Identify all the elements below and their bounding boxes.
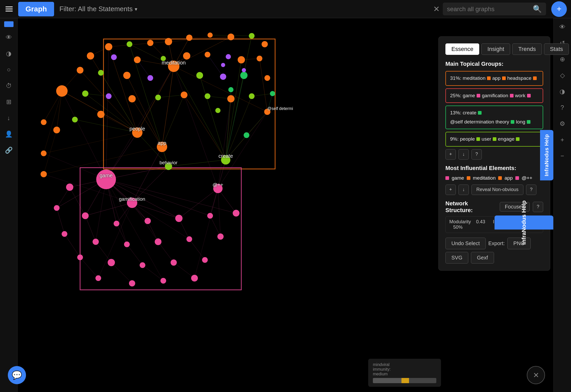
svg-point-168 (114, 221, 119, 226)
topical-groups-title: Main Topical Groups: (445, 61, 543, 67)
influential-question-button[interactable]: ? (526, 185, 536, 195)
right-plus-icon[interactable]: + (557, 134, 568, 146)
svg-point-171 (207, 213, 213, 219)
svg-point-173 (62, 231, 67, 237)
menu-button[interactable] (0, 0, 18, 18)
svg-line-91 (111, 263, 132, 283)
right-visibility-icon[interactable]: 👁 (557, 21, 568, 33)
topical-add-button[interactable]: + (445, 149, 456, 160)
chat-button[interactable]: 💬 (8, 366, 26, 384)
add-button[interactable]: + (551, 1, 567, 17)
influential-title: Most Influential Elements: (445, 165, 543, 172)
inf-app: app (504, 175, 513, 181)
dot-pink-2 (510, 94, 514, 97)
topic-group-4[interactable]: 9%: people user engage (445, 132, 543, 147)
dot-orange-3 (533, 76, 537, 80)
tab-insight[interactable]: Insight (481, 43, 510, 55)
svg-point-121 (105, 43, 112, 50)
export-gexf-button[interactable]: Gexf (471, 252, 494, 264)
sidebar-grid-icon[interactable]: ⊞ (3, 96, 15, 108)
inf-dot-game (445, 176, 449, 180)
sidebar-eye-icon[interactable]: 👁 (3, 32, 15, 43)
svg-text:@self determi: @self determi (267, 106, 293, 111)
svg-point-179 (77, 254, 83, 260)
infranodus-help-tab[interactable]: InfraNodus Help (495, 215, 553, 230)
influential-actions: + ↓ Reveal Non-obvious ? (445, 185, 543, 195)
right-target-icon[interactable]: ⊕ (557, 54, 568, 65)
sidebar-link-icon[interactable]: 🔗 (3, 145, 15, 156)
svg-point-152 (270, 91, 275, 96)
graph-tab[interactable]: Graph (18, 2, 54, 16)
svg-line-95 (106, 179, 127, 244)
infranodus-help-vertical-tab[interactable]: InfraNodus Help (540, 130, 553, 180)
dot-green-3 (527, 120, 530, 124)
topic-group-3-text: 13%: create (450, 109, 476, 117)
svg-rect-0 (103, 39, 275, 169)
tab-essence[interactable]: Essence (445, 43, 479, 55)
infranodus-tab-container: InfraNodus Help (540, 130, 553, 180)
topic-group-2[interactable]: 25%: game gamification work (445, 88, 543, 103)
right-gear-icon[interactable]: ⚙ (557, 118, 568, 129)
right-minus-icon[interactable]: − (557, 150, 568, 162)
svg-text:create: create (218, 153, 233, 159)
undo-select-button[interactable]: Undo Select (445, 238, 486, 249)
sidebar-blue-rect[interactable] (4, 21, 14, 27)
close-x-button[interactable]: ✕ (430, 3, 443, 16)
svg-point-126 (111, 54, 117, 60)
chevron-down-icon: ▾ (135, 6, 137, 12)
topical-question-button[interactable]: ? (471, 149, 482, 160)
svg-line-37 (85, 94, 109, 96)
topic-group-4-text: 9%: people (450, 135, 475, 143)
influential-down-button[interactable]: ↓ (458, 185, 469, 195)
sidebar-download-icon[interactable]: ↓ (3, 112, 15, 124)
svg-line-77 (57, 187, 70, 208)
svg-line-59 (218, 99, 231, 188)
svg-point-181 (140, 262, 145, 268)
reveal-nonobvious-button[interactable]: Reveal Non-obvious (471, 185, 523, 195)
header: Graph Filter: All the Statements ▾ ✕ 🔍 + (0, 0, 571, 18)
sidebar-person-icon[interactable]: 👤 (3, 128, 15, 140)
topic-group-1[interactable]: 31%: meditation app headspace (445, 71, 543, 86)
topic-group-3[interactable]: 13%: create @self determination theory l… (445, 106, 543, 129)
svg-point-158 (72, 117, 78, 122)
dot-orange-2 (502, 76, 506, 80)
svg-line-90 (80, 257, 98, 278)
bottom-close-button[interactable]: ✕ (527, 366, 545, 384)
export-label: Export: (488, 240, 505, 246)
inf-atplusplus: @++ (522, 175, 532, 181)
svg-line-38 (158, 95, 184, 97)
topical-down-button[interactable]: ↓ (458, 149, 469, 160)
modularity-label: Modularity (449, 219, 471, 224)
svg-point-166 (54, 205, 60, 211)
tab-stats[interactable]: Stats (544, 43, 569, 55)
svg-point-137 (123, 72, 131, 79)
svg-line-29 (109, 42, 168, 47)
svg-line-79 (57, 208, 64, 234)
svg-point-151 (249, 93, 255, 99)
sidebar-moon-icon[interactable]: ◑ (3, 48, 15, 59)
svg-point-160 (41, 119, 47, 125)
sidebar-circle-icon[interactable]: ○ (3, 64, 15, 75)
svg-line-84 (210, 216, 220, 237)
export-svg-button[interactable]: SVG (445, 252, 468, 264)
filter-button[interactable]: Filter: All the Statements ▾ (59, 5, 137, 13)
svg-line-51 (132, 147, 162, 203)
right-question-icon[interactable]: ? (557, 102, 568, 113)
sidebar-clock-icon[interactable]: ⏱ (3, 80, 15, 92)
svg-point-176 (155, 238, 161, 245)
search-input[interactable] (447, 5, 530, 13)
influential-add-button[interactable]: + (445, 185, 456, 195)
svg-line-34 (207, 55, 223, 77)
svg-line-88 (158, 242, 174, 263)
right-contrast-icon[interactable]: ◑ (557, 86, 568, 97)
tab-trends[interactable]: Trends (512, 43, 542, 55)
svg-line-93 (174, 263, 194, 278)
svg-point-138 (147, 75, 153, 81)
right-diamond-icon[interactable]: ◇ (557, 70, 568, 81)
network-question-button[interactable]: ? (533, 202, 543, 212)
modularity-value: 0.43 (476, 219, 485, 224)
panel-tabs: Essence Insight Trends Stats (445, 43, 543, 55)
search-icon[interactable]: 🔍 (533, 5, 542, 13)
svg-point-194 (221, 63, 225, 67)
immunity-label: mindviral immunity: medium (373, 362, 436, 376)
